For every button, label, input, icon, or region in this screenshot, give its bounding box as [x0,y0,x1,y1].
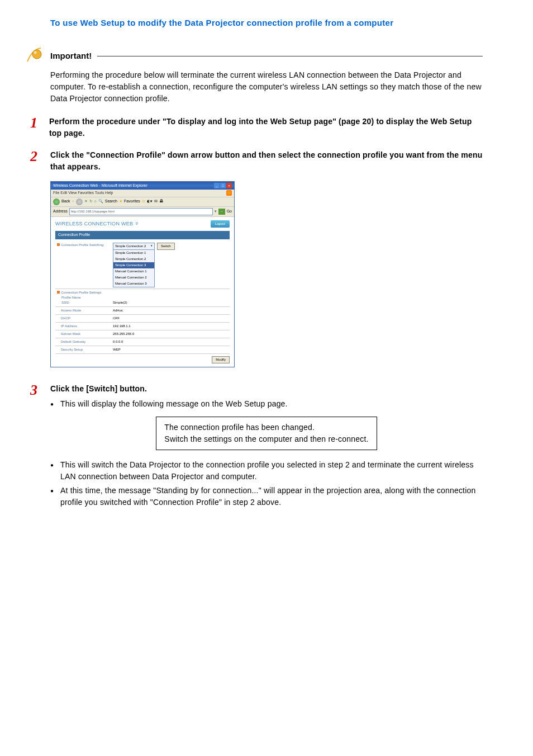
important-block: Important! Performing the procedure belo… [50,46,483,105]
divider [97,56,483,56]
browser-toolbar: Back ▾ ✕ ↻ ⌂ 🔍 Search ★ Favorites ⊙ ◐▾ ✉… [51,197,234,207]
svg-point-1 [34,51,37,54]
dhcp-label: DHCP [61,316,70,320]
section-header: Connection Profile [55,231,230,239]
mail-icon[interactable]: ✉ [154,199,158,205]
message-box: The connection profile has been changed.… [156,417,377,450]
dropdown-option[interactable]: Manual Connection 2 [113,275,154,281]
dropdown-option[interactable]: Simple Connection 2 [113,256,154,262]
profile-name-value: Simple(2) [113,301,127,304]
close-button[interactable]: × [226,183,232,188]
bullet-item: This will switch the Data Projector to t… [50,459,483,483]
switching-label: Connection Profile Switching [61,243,103,247]
message-line: Switch the settings on the computer and … [164,433,368,445]
address-bar: Address http://192.168.1/toppage.html ▾ … [51,207,234,217]
logout-button[interactable]: Logout [211,220,230,228]
refresh-icon[interactable]: ↻ [89,199,93,205]
gateway-value: 0.0.0.0 [113,340,123,343]
step-title: Click the "Connection Profile" down arro… [50,149,483,173]
search-icon[interactable]: 🔍 [98,199,103,205]
important-icon [26,46,44,67]
address-label: Address [53,209,68,215]
step-2: 2 Click the "Connection Profile" down ar… [50,149,483,373]
profile-dropdown[interactable]: Simple Connection 2 Simple Connection 1 … [113,243,155,287]
dropdown-option[interactable]: Simple Connection 1 [113,250,154,256]
ip-value: 192.168.1.1 [113,324,131,328]
security-label: Security Setup [61,348,83,351]
menu-items[interactable]: File Edit View Favorites Tools Help [53,190,113,196]
window-titlebar: Wireless Connection Web - Microsoft Inte… [51,182,234,190]
dhcp-value: OFF [113,316,120,320]
menubar[interactable]: File Edit View Favorites Tools Help [51,190,234,197]
address-input[interactable]: http://192.168.1/toppage.html [69,208,213,215]
step-number: 2 [30,149,50,164]
wifi-icon: ᯤ [135,221,140,226]
access-mode-value: AdHoc [113,309,123,312]
svg-point-0 [32,50,41,59]
go-button[interactable]: → [218,209,225,215]
search-label: Search [105,199,117,205]
forward-icon[interactable] [76,199,83,205]
page-title: WIRELESS CONNECTION WEB [55,221,133,226]
back-icon[interactable] [53,199,60,205]
settings-label: Connection Profile Settings [61,291,101,294]
step-number: 3 [30,383,50,398]
browser-screenshot: Wireless Connection Web - Microsoft Inte… [50,181,483,367]
step-title: Perform the procedure under "To display … [49,116,483,139]
modify-button[interactable]: Modify [212,356,230,363]
step-number: 1 [30,116,49,130]
back-label: Back [61,199,70,205]
media-icon[interactable]: ◐▾ [147,199,153,205]
go-label: Go [227,209,232,215]
step-1: 1 Perform the procedure under "To displa… [50,116,483,139]
favorites-label: Favorites [124,199,140,205]
minimize-button[interactable]: _ [214,183,220,188]
dropdown-option[interactable]: Manual Connection 1 [113,268,154,275]
home-icon[interactable]: ⌂ [94,199,97,205]
dropdown-option[interactable]: Simple Connection 3 [113,262,154,268]
subnet-label: Subnet Mask [61,332,80,336]
section-title: To use Web Setup to modify the Data Proj… [50,17,483,30]
maximize-button[interactable]: □ [220,183,226,188]
ie-logo-icon [226,190,232,196]
step-3: 3 Click the [Switch] button. This will d… [50,383,483,511]
access-mode-label: Access Mode [61,309,81,312]
important-label: Important! [50,50,92,63]
profile-name-label: Profile Name [61,296,81,299]
important-body: Performing the procedure below will term… [50,69,483,105]
subnet-value: 255.255.255.0 [113,332,134,336]
window-title: Wireless Connection Web - Microsoft Inte… [53,183,147,189]
ip-label: IP Address [61,324,77,328]
step-title: Click the [Switch] button. [50,383,483,395]
bullet-item: This will display the following message … [50,398,483,410]
ssid-label: SSID [61,301,69,304]
stop-icon[interactable]: ✕ [84,199,88,205]
settings-table: Connection Profile Switching Simple Conn… [55,242,230,354]
favorites-icon[interactable]: ★ [119,199,122,205]
gateway-label: Default Gateway [61,340,85,343]
security-value: WEP [113,348,121,351]
message-line: The connection profile has been changed. [164,422,368,433]
print-icon[interactable]: 🖶 [159,199,163,205]
history-icon[interactable]: ⊙ [142,199,145,205]
switch-button[interactable]: Switch [157,243,175,250]
dropdown-option[interactable]: Manual Connection 3 [113,281,154,287]
bullet-item: At this time, the message "Standing by f… [50,485,483,508]
